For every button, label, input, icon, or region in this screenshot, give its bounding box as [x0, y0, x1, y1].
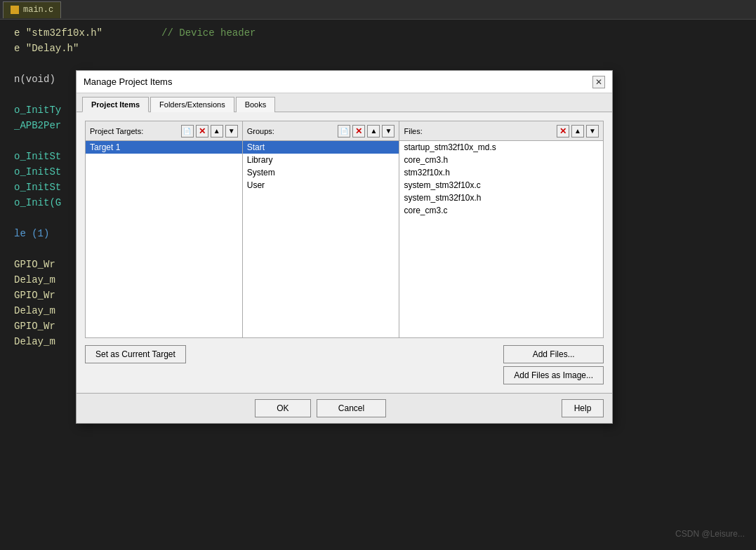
- group-arrow-up-icon: ▲: [371, 127, 378, 135]
- move-target-down-button[interactable]: ▼: [225, 125, 238, 138]
- delete-file-button[interactable]: ✕: [557, 125, 569, 138]
- ok-button[interactable]: OK: [255, 399, 311, 417]
- list-item[interactable]: Library: [243, 154, 399, 166]
- groups-list: Start Library System User: [243, 141, 399, 337]
- file-arrow-down-icon: ▼: [589, 127, 596, 135]
- add-files-button[interactable]: Add Files...: [503, 345, 604, 363]
- dialog-overlay: Manage Project Items ✕ Project Items Fol…: [0, 0, 756, 550]
- dialog-tabs: Project Items Folders/Extensions Books: [77, 93, 612, 112]
- project-targets-list: Target 1: [86, 141, 242, 337]
- columns-area: Project Targets: 📄 ✕ ▲ ▼ Target 1 Groups…: [85, 121, 604, 338]
- list-item[interactable]: User: [243, 179, 399, 192]
- delete-group-icon: ✕: [355, 126, 362, 136]
- help-button[interactable]: Help: [562, 399, 604, 417]
- list-item[interactable]: core_cm3.h: [399, 154, 603, 166]
- new-target-button[interactable]: 📄: [181, 125, 194, 138]
- dialog-titlebar: Manage Project Items ✕: [77, 71, 612, 93]
- new-group-button[interactable]: 📄: [338, 125, 350, 138]
- arrow-down-icon: ▼: [228, 127, 235, 135]
- list-item[interactable]: system_stm32f10x.c: [399, 179, 603, 192]
- move-file-down-button[interactable]: ▼: [586, 125, 599, 138]
- move-file-up-button[interactable]: ▲: [571, 125, 584, 138]
- dialog-close-button[interactable]: ✕: [592, 76, 605, 88]
- add-files-as-image-button[interactable]: Add Files as Image...: [503, 366, 604, 384]
- file-arrow-up-icon: ▲: [574, 127, 581, 135]
- move-group-down-button[interactable]: ▼: [382, 125, 394, 138]
- files-label: Files:: [404, 127, 555, 135]
- project-targets-header: Project Targets: 📄 ✕ ▲ ▼: [86, 121, 242, 141]
- set-as-current-target-button[interactable]: Set as Current Target: [85, 345, 186, 363]
- dialog-title: Manage Project Items: [84, 76, 172, 87]
- dialog-bottom-area: Set as Current Target Add Files... Add F…: [85, 345, 604, 384]
- files-header: Files: ✕ ▲ ▼: [399, 121, 603, 141]
- list-item[interactable]: stm32f10x.h: [399, 166, 603, 179]
- groups-label: Groups:: [247, 127, 336, 135]
- dialog-footer: OK Cancel Help: [77, 393, 612, 423]
- group-arrow-down-icon: ▼: [385, 127, 392, 135]
- new-group-icon: 📄: [340, 128, 348, 135]
- tab-project-items[interactable]: Project Items: [82, 97, 149, 112]
- move-target-up-button[interactable]: ▲: [211, 125, 223, 138]
- list-item[interactable]: Target 1: [86, 141, 242, 154]
- list-item[interactable]: Start: [243, 141, 399, 154]
- list-item[interactable]: System: [243, 166, 399, 179]
- files-column: Files: ✕ ▲ ▼ startup_stm32f10x_md.s core…: [399, 121, 603, 337]
- tab-folders-extensions[interactable]: Folders/Extensions: [150, 97, 234, 112]
- dialog-content: Project Targets: 📄 ✕ ▲ ▼ Target 1 Groups…: [77, 112, 612, 393]
- delete-group-button[interactable]: ✕: [352, 125, 365, 138]
- move-group-up-button[interactable]: ▲: [367, 125, 380, 138]
- arrow-up-icon: ▲: [213, 127, 220, 135]
- new-icon: 📄: [183, 128, 191, 135]
- list-item[interactable]: startup_stm32f10x_md.s: [399, 141, 603, 154]
- bottom-left-area: Set as Current Target: [85, 345, 186, 363]
- files-list: startup_stm32f10x_md.s core_cm3.h stm32f…: [399, 141, 603, 337]
- delete-file-icon: ✕: [559, 126, 566, 136]
- manage-project-dialog: Manage Project Items ✕ Project Items Fol…: [76, 70, 613, 424]
- project-targets-label: Project Targets:: [90, 127, 179, 135]
- list-item[interactable]: core_cm3.c: [399, 204, 603, 217]
- bottom-right-area: Add Files... Add Files as Image...: [503, 345, 604, 384]
- project-targets-column: Project Targets: 📄 ✕ ▲ ▼ Target 1: [86, 121, 243, 337]
- list-item[interactable]: system_stm32f10x.h: [399, 192, 603, 204]
- footer-center: OK Cancel: [85, 399, 556, 417]
- groups-header: Groups: 📄 ✕ ▲ ▼: [243, 121, 399, 141]
- tab-books[interactable]: Books: [236, 97, 276, 112]
- delete-icon: ✕: [199, 126, 206, 136]
- cancel-button[interactable]: Cancel: [317, 399, 386, 417]
- delete-target-button[interactable]: ✕: [196, 125, 208, 138]
- groups-column: Groups: 📄 ✕ ▲ ▼ Start Library System Use…: [243, 121, 400, 337]
